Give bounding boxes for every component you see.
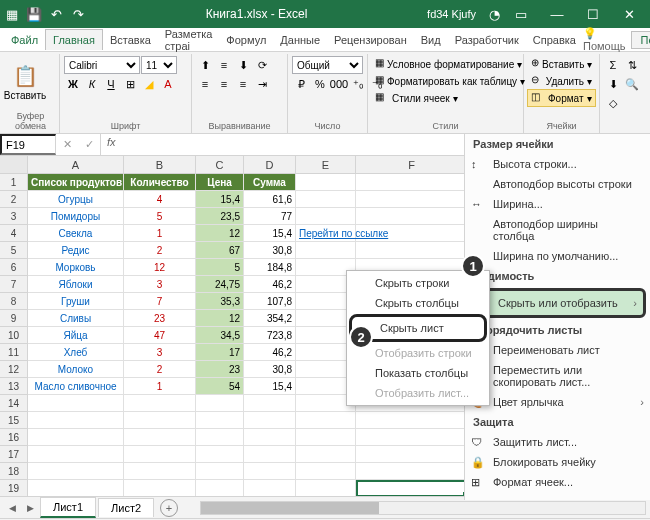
cell[interactable]: Перейти по ссылке bbox=[296, 225, 356, 242]
cell[interactable] bbox=[28, 480, 124, 496]
cell[interactable] bbox=[244, 412, 296, 429]
cell[interactable] bbox=[296, 446, 356, 463]
cell[interactable] bbox=[28, 412, 124, 429]
cell[interactable] bbox=[296, 412, 356, 429]
align-bottom-button[interactable]: ⬇ bbox=[234, 56, 252, 74]
column-header[interactable]: C bbox=[196, 156, 244, 173]
add-sheet-button[interactable]: + bbox=[160, 499, 178, 517]
cell[interactable]: 2 bbox=[124, 242, 196, 259]
column-header[interactable]: F bbox=[356, 156, 468, 173]
cell[interactable] bbox=[356, 191, 468, 208]
cell[interactable] bbox=[196, 412, 244, 429]
cell[interactable]: 5 bbox=[196, 259, 244, 276]
cell[interactable]: 15,4 bbox=[244, 378, 296, 395]
cell[interactable]: Яйца bbox=[28, 327, 124, 344]
horizontal-scrollbar[interactable] bbox=[200, 501, 646, 515]
cell[interactable]: Морковь bbox=[28, 259, 124, 276]
tell-me[interactable]: 💡 Помощь bbox=[583, 27, 626, 52]
autosum-button[interactable]: Σ bbox=[604, 56, 622, 74]
percent-button[interactable]: % bbox=[311, 75, 329, 93]
cell[interactable]: Свекла bbox=[28, 225, 124, 242]
sort-button[interactable]: ⇅ bbox=[623, 56, 641, 74]
tab-insert[interactable]: Вставка bbox=[103, 30, 158, 50]
redo-icon[interactable]: ↷ bbox=[70, 6, 86, 22]
cells-insert-button[interactable]: ⊕Вставить ▾ bbox=[528, 56, 595, 72]
align-middle-button[interactable]: ≡ bbox=[215, 56, 233, 74]
cell[interactable]: 3 bbox=[124, 276, 196, 293]
dd-autofit-col[interactable]: Автоподбор ширины столбца bbox=[465, 214, 650, 246]
cell[interactable] bbox=[124, 480, 196, 496]
font-name-select[interactable]: Calibri bbox=[64, 56, 140, 74]
row-header[interactable]: 19 bbox=[0, 480, 28, 496]
cell[interactable] bbox=[244, 446, 296, 463]
cell[interactable]: Сумма bbox=[244, 174, 296, 191]
cell[interactable]: Список продуктов bbox=[28, 174, 124, 191]
tab-help[interactable]: Справка bbox=[526, 30, 583, 50]
cell[interactable]: 46,2 bbox=[244, 276, 296, 293]
row-header[interactable]: 9 bbox=[0, 310, 28, 327]
dd-row-height[interactable]: ↕Высота строки... bbox=[465, 154, 650, 174]
row-header[interactable]: 1 bbox=[0, 174, 28, 191]
cell[interactable]: 5 bbox=[124, 208, 196, 225]
tab-data[interactable]: Данные bbox=[273, 30, 327, 50]
cell[interactable]: 34,5 bbox=[196, 327, 244, 344]
orientation-button[interactable]: ⟳ bbox=[253, 56, 271, 74]
row-header[interactable]: 18 bbox=[0, 463, 28, 480]
cell[interactable]: 23,5 bbox=[196, 208, 244, 225]
cell[interactable] bbox=[244, 480, 296, 496]
dd-default-width[interactable]: Ширина по умолчанию... bbox=[465, 246, 650, 266]
clear-button[interactable]: ◇ bbox=[604, 94, 622, 112]
cell[interactable] bbox=[356, 429, 468, 446]
ctx-hide-cols[interactable]: Скрыть столбцы bbox=[347, 293, 489, 313]
ribbon-options-icon[interactable]: ▭ bbox=[504, 0, 538, 28]
align-top-button[interactable]: ⬆ bbox=[196, 56, 214, 74]
cell[interactable]: Помидоры bbox=[28, 208, 124, 225]
cell[interactable]: 47 bbox=[124, 327, 196, 344]
cell[interactable] bbox=[196, 463, 244, 480]
cell[interactable] bbox=[196, 429, 244, 446]
cell[interactable]: Огурцы bbox=[28, 191, 124, 208]
align-left-button[interactable]: ≡ bbox=[196, 75, 214, 93]
ctx-show-cols[interactable]: Показать столбцы bbox=[347, 363, 489, 383]
cell[interactable]: Сливы bbox=[28, 310, 124, 327]
cell[interactable] bbox=[124, 395, 196, 412]
cell[interactable] bbox=[356, 242, 468, 259]
cell[interactable] bbox=[356, 446, 468, 463]
tab-home[interactable]: Главная bbox=[45, 29, 103, 50]
tab-view[interactable]: Вид bbox=[414, 30, 448, 50]
enter-formula-button[interactable]: ✓ bbox=[78, 134, 100, 155]
fill-color-button[interactable]: ◢ bbox=[140, 75, 158, 93]
cell[interactable]: Масло сливочное bbox=[28, 378, 124, 395]
column-header[interactable]: E bbox=[296, 156, 356, 173]
dd-format-cells[interactable]: ⊞Формат ячеек... bbox=[465, 472, 650, 492]
italic-button[interactable]: К bbox=[83, 75, 101, 93]
row-header[interactable]: 12 bbox=[0, 361, 28, 378]
comma-button[interactable]: 000 bbox=[330, 75, 348, 93]
sheet-tab-1[interactable]: Лист1 bbox=[40, 497, 96, 518]
cell[interactable] bbox=[196, 480, 244, 496]
cell[interactable]: 12 bbox=[196, 310, 244, 327]
tab-layout[interactable]: Разметка страі bbox=[158, 24, 220, 56]
dd-move-copy[interactable]: Переместить или скопировать лист... bbox=[465, 360, 650, 392]
user-name[interactable]: fd34 Kjufy bbox=[427, 8, 476, 20]
cell[interactable]: 4 bbox=[124, 191, 196, 208]
number-format-select[interactable]: Общий bbox=[292, 56, 363, 74]
bold-button[interactable]: Ж bbox=[64, 75, 82, 93]
cell[interactable] bbox=[296, 208, 356, 225]
row-header[interactable]: 13 bbox=[0, 378, 28, 395]
cell[interactable] bbox=[124, 412, 196, 429]
cell[interactable]: 12 bbox=[124, 259, 196, 276]
dd-protect-sheet[interactable]: 🛡Защитить лист... bbox=[465, 432, 650, 452]
cell[interactable]: 30,8 bbox=[244, 361, 296, 378]
cell[interactable]: 7 bbox=[124, 293, 196, 310]
row-header[interactable]: 4 bbox=[0, 225, 28, 242]
cell[interactable] bbox=[28, 395, 124, 412]
cell[interactable] bbox=[196, 446, 244, 463]
cell[interactable]: 12 bbox=[196, 225, 244, 242]
row-header[interactable]: 3 bbox=[0, 208, 28, 225]
font-size-select[interactable]: 11 bbox=[141, 56, 177, 74]
share-button[interactable]: Поделиться bbox=[631, 31, 650, 49]
cell[interactable] bbox=[356, 463, 468, 480]
cell[interactable]: 77 bbox=[244, 208, 296, 225]
fill-button[interactable]: ⬇ bbox=[604, 75, 622, 93]
